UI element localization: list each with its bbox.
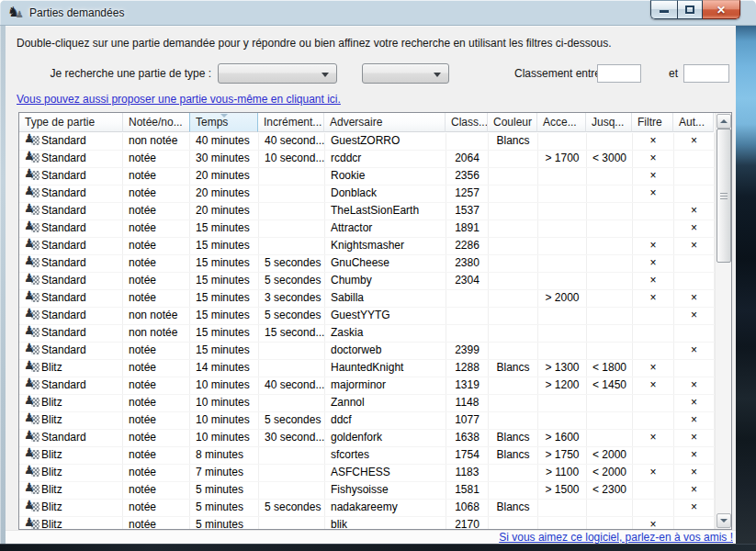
cell-incr-ment xyxy=(259,343,325,359)
chevron-down-icon xyxy=(434,73,441,77)
cell-couleur xyxy=(489,255,538,272)
cell-aut xyxy=(674,517,715,530)
cell-aut: × xyxy=(674,395,715,411)
cell-acce: > 1750 xyxy=(538,447,587,464)
cell-type-de-partie: ♟Standard xyxy=(19,203,123,219)
cell-temps: 15 minutes xyxy=(190,238,259,254)
minimize-button[interactable] xyxy=(650,0,677,19)
cell-type-de-partie: ♟Blitz xyxy=(19,482,123,499)
table-row[interactable]: ♟Blitznotée8 minutessfcortes1754Blancs> … xyxy=(19,447,715,465)
cell-temps: 30 minutes xyxy=(190,151,259,167)
cell-not-e-no: non notée xyxy=(123,133,190,150)
table-row[interactable]: ♟Standardnon notée15 minutes15 second...… xyxy=(19,325,715,343)
cell-class: 1068 xyxy=(446,500,489,516)
cell-jusq xyxy=(587,395,633,411)
pawn-icon: ♟ xyxy=(25,517,39,530)
table-row[interactable]: ♟Standardnotée15 minutes3 secondesSabill… xyxy=(19,290,715,308)
propose-game-link[interactable]: Vous pouvez aussi proposer une partie vo… xyxy=(17,93,341,106)
column-header-aut[interactable]: Aut... xyxy=(673,113,714,132)
table-row[interactable]: ♟Standardnotée15 minutes5 secondesGnuChe… xyxy=(19,255,715,273)
column-header-class[interactable]: Class... xyxy=(446,113,488,132)
table-row[interactable]: ♟Blitznotée5 minutesFishysoisse1581> 150… xyxy=(19,482,715,500)
cell-adversaire: doctorweb xyxy=(325,343,446,359)
column-header-type-de-partie[interactable]: Type de partie xyxy=(19,113,123,132)
column-header-filtre[interactable]: Filtre xyxy=(632,113,673,132)
cell-adversaire: GuestZORRO xyxy=(325,133,446,150)
table-row[interactable]: ♟Blitznotée14 minutesHauntedKnight1288Bl… xyxy=(19,360,715,377)
pawn-icon: ♟ xyxy=(25,395,39,409)
cell-acce xyxy=(538,517,587,530)
pawn-icon: ♟ xyxy=(25,465,39,478)
cell-acce xyxy=(538,255,587,272)
scrollbar-thumb[interactable] xyxy=(717,129,731,263)
scroll-up-button[interactable] xyxy=(717,114,731,129)
table-row[interactable]: ♟Blitznotée10 minutes5 secondesddcf1077× xyxy=(19,412,715,430)
cell-couleur xyxy=(489,273,538,289)
cell-acce xyxy=(538,220,587,237)
cell-class: 1754 xyxy=(446,447,489,464)
table-row[interactable]: ♟Standardnotée15 minutesKnightsmasher228… xyxy=(19,238,715,255)
cell-class: 1077 xyxy=(446,412,489,429)
cell-class xyxy=(446,133,489,150)
cell-adversaire: Zannol xyxy=(325,395,446,411)
column-header-acce[interactable]: Acce... xyxy=(537,113,586,132)
table-row[interactable]: ♟Standardnon notée15 minutes5 secondesGu… xyxy=(19,308,715,325)
pawn-glyph: ♟ xyxy=(24,430,35,443)
game-type-dropdown[interactable] xyxy=(218,63,337,84)
vertical-scrollbar[interactable] xyxy=(715,113,731,529)
table-row[interactable]: ♟Standardnotée15 minutesdoctorweb2399× xyxy=(19,343,715,360)
cell-acce xyxy=(538,500,587,516)
cell-incr-ment xyxy=(259,186,325,202)
cell-jusq: < 1800 xyxy=(587,360,633,377)
pawn-glyph: ♟ xyxy=(24,186,35,198)
column-header-temps[interactable]: Temps xyxy=(189,113,258,132)
table-row[interactable]: ♟Standardnotée10 minutes40 second...majo… xyxy=(19,377,715,395)
cell-temps: 20 minutes xyxy=(190,168,259,185)
table-row[interactable]: ♟Blitznotée5 minutesblik2170× xyxy=(19,517,715,530)
pawn-glyph: ♟ xyxy=(24,500,35,512)
cell-temps: 15 minutes xyxy=(190,343,259,359)
table-row[interactable]: ♟Standardnotée30 minutes10 second...rcdd… xyxy=(19,151,715,168)
cell-couleur: Blancs xyxy=(489,430,538,446)
game-subtype-dropdown[interactable] xyxy=(362,63,449,84)
maximize-button[interactable] xyxy=(677,0,703,19)
cell-class xyxy=(446,290,489,307)
cell-acce: > 1500 xyxy=(538,482,587,499)
table-row[interactable]: ♟Standardnotée15 minutesAttractor1891× xyxy=(19,220,715,238)
table-body: ♟Standardnon notée40 minutes40 second...… xyxy=(19,133,715,530)
column-header-not-e-no[interactable]: Notée/no... xyxy=(123,113,190,132)
table-row[interactable]: ♟Standardnotée20 minutesDonblack1257× xyxy=(19,186,715,203)
cell-type-de-partie: ♟Standard xyxy=(19,325,123,342)
table-row[interactable]: ♟Standardnotée20 minutesRookie2356× xyxy=(19,168,715,186)
cell-couleur xyxy=(489,482,538,499)
cell-class: 1581 xyxy=(446,482,489,499)
table-row[interactable]: ♟Standardnon notée40 minutes40 second...… xyxy=(19,133,715,151)
cell-adversaire: blik xyxy=(325,517,446,530)
close-button[interactable]: ✕ xyxy=(703,0,740,19)
scroll-down-button[interactable] xyxy=(717,513,731,528)
table-row[interactable]: ♟Blitznotée7 minutesASFCHESS1183> 1100< … xyxy=(19,465,715,482)
cell-type-de-partie: ♟Blitz xyxy=(19,465,123,481)
rating-max-input[interactable] xyxy=(683,64,729,83)
rating-min-input[interactable] xyxy=(597,64,641,83)
cell-temps: 15 minutes xyxy=(190,273,259,289)
share-link[interactable]: Si vous aimez ce logiciel, parlez-en à v… xyxy=(499,531,733,544)
column-header-jusq[interactable]: Jusq... xyxy=(586,113,632,132)
cell-class: 1257 xyxy=(446,186,489,202)
table-row[interactable]: ♟Standardnotée10 minutes30 second...gold… xyxy=(19,430,715,447)
cell-not-e-no: notée xyxy=(123,238,190,254)
column-header-incr-ment[interactable]: Incrément... xyxy=(258,113,324,132)
table-row[interactable]: ♟Blitznotée10 minutesZannol1148× xyxy=(19,395,715,412)
cell-jusq xyxy=(587,308,633,324)
cell-couleur xyxy=(489,308,538,324)
table-row[interactable]: ♟Blitznotée5 minutes5 secondesnadakareem… xyxy=(19,500,715,517)
column-header-couleur[interactable]: Couleur xyxy=(488,113,537,132)
column-header-adversaire[interactable]: Adversaire xyxy=(324,113,446,132)
app-icon: ♞ ♟ xyxy=(7,4,26,22)
cell-incr-ment xyxy=(259,203,325,219)
cell-filtre: × xyxy=(633,290,674,307)
cell-acce: > 2000 xyxy=(538,290,587,307)
table-row[interactable]: ♟Standardnotée15 minutes5 secondesChumby… xyxy=(19,273,715,290)
table-row[interactable]: ♟Standardnotée20 minutesTheLastSionEarth… xyxy=(19,203,715,220)
cell-couleur: Blancs xyxy=(489,133,538,150)
